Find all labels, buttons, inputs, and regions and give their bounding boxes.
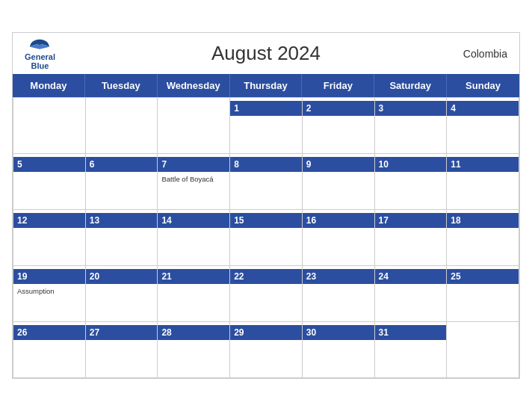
day-cell: 18: [447, 210, 519, 266]
day-number: 18: [447, 213, 519, 228]
day-cell: 24: [375, 266, 448, 322]
day-cell: 4: [447, 98, 519, 154]
day-cell: [13, 98, 86, 154]
country-label: Colombia: [463, 48, 507, 60]
day-number: 12: [13, 213, 85, 228]
day-header-saturday: Saturday: [374, 74, 447, 97]
day-number: 25: [447, 269, 519, 284]
day-cell: 25: [447, 266, 519, 322]
day-cell: 27: [86, 322, 158, 378]
day-number: 20: [86, 269, 158, 284]
day-number: 27: [86, 325, 158, 340]
day-cell: 6: [86, 154, 158, 210]
day-cell: 31: [375, 322, 448, 378]
calendar: General Blue August 2024 Colombia Monday…: [12, 32, 520, 379]
day-number: 21: [158, 269, 229, 284]
calendar-header: General Blue August 2024 Colombia: [13, 33, 519, 74]
day-number: 23: [303, 269, 374, 284]
day-number: 14: [158, 213, 229, 228]
day-header-monday: Monday: [13, 74, 85, 97]
day-cell: 29: [230, 322, 303, 378]
day-number: 9: [303, 157, 374, 172]
day-number: 6: [86, 157, 158, 172]
day-cell: 19Assumption: [13, 266, 86, 322]
day-cell: [158, 98, 230, 154]
day-number: 3: [375, 101, 447, 116]
day-number: 8: [230, 157, 302, 172]
day-cell: 17: [375, 210, 448, 266]
day-cell: 8: [230, 154, 303, 210]
day-cell: [447, 322, 519, 378]
day-cell: 12: [13, 210, 86, 266]
day-cell: 15: [230, 210, 303, 266]
day-number: 16: [303, 213, 374, 228]
day-cell: 9: [303, 154, 375, 210]
logo: General Blue: [25, 37, 55, 70]
day-number: 30: [303, 325, 374, 340]
day-cell: 30: [303, 322, 375, 378]
day-cell: 1: [230, 98, 303, 154]
day-header-wednesday: Wednesday: [158, 74, 230, 97]
day-number: 22: [230, 269, 302, 284]
day-number: 1: [230, 101, 302, 116]
day-number: 11: [447, 157, 519, 172]
day-cell: [86, 98, 158, 154]
day-cell: 28: [158, 322, 230, 378]
day-number: 13: [86, 213, 158, 228]
day-number: 28: [158, 325, 229, 340]
day-number: 5: [13, 157, 85, 172]
day-cell: 2: [303, 98, 375, 154]
day-cell: 16: [303, 210, 375, 266]
day-number: 4: [447, 101, 519, 116]
day-cell: 26: [13, 322, 86, 378]
day-number: 10: [375, 157, 447, 172]
day-cell: 22: [230, 266, 303, 322]
day-cell: 14: [158, 210, 230, 266]
day-cell: 10: [375, 154, 448, 210]
day-header-sunday: Sunday: [447, 74, 519, 97]
event-label: Battle of Boyacá: [161, 175, 226, 183]
day-cell: 3: [375, 98, 448, 154]
day-header-thursday: Thursday: [230, 74, 303, 97]
day-cell: 7Battle of Boyacá: [158, 154, 230, 210]
day-cell: 21: [158, 266, 230, 322]
day-header-friday: Friday: [302, 74, 374, 97]
logo-bird-icon: [28, 37, 51, 52]
day-cell: 20: [86, 266, 158, 322]
day-cell: 11: [447, 154, 519, 210]
day-number: 15: [230, 213, 302, 228]
logo-general-text: General: [25, 52, 55, 61]
day-number: 19: [13, 269, 85, 284]
day-number: 2: [303, 101, 374, 116]
day-number: 24: [375, 269, 447, 284]
calendar-title: August 2024: [25, 42, 507, 65]
day-header-tuesday: Tuesday: [85, 74, 158, 97]
day-cell: 5: [13, 154, 86, 210]
day-number: 7: [158, 157, 229, 172]
calendar-grid: 1234567Battle of Boyacá89101112131415161…: [13, 97, 519, 378]
day-cell: 13: [86, 210, 158, 266]
logo-blue-text: Blue: [31, 61, 49, 70]
day-number: 31: [375, 325, 447, 340]
day-number: 17: [375, 213, 447, 228]
event-label: Assumption: [17, 287, 81, 295]
day-headers: MondayTuesdayWednesdayThursdayFridaySatu…: [13, 74, 519, 97]
day-number: 26: [13, 325, 85, 340]
day-cell: 23: [303, 266, 375, 322]
day-number: 29: [230, 325, 302, 340]
